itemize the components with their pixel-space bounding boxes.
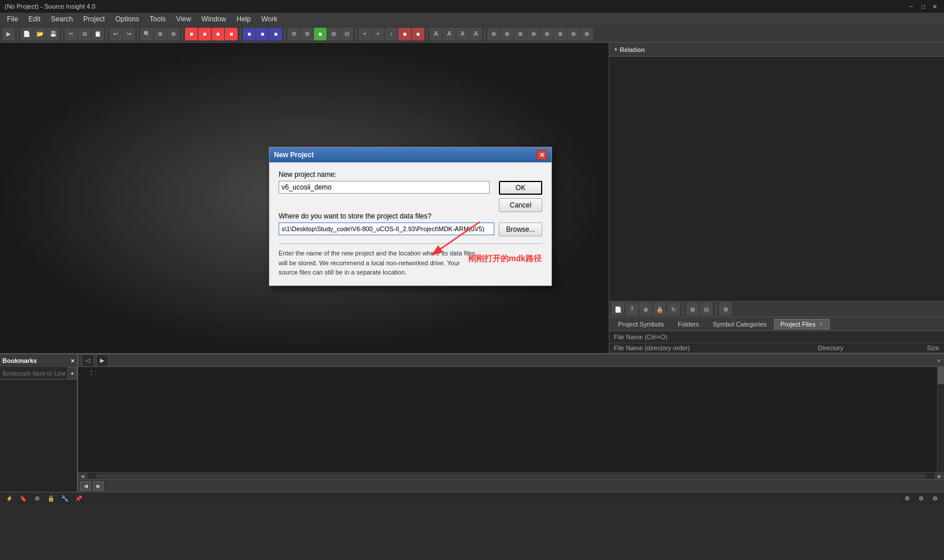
bookmarks-header: Bookmarks ×: [0, 354, 77, 367]
code-hscrollbar[interactable]: ◀ ▶: [78, 472, 944, 479]
right-panel: ⁍ Relation 📄 ? ⊕ 🔒 ↻ ⊞ ⊟ ⚙ Project Symbo…: [609, 43, 944, 353]
dialog-description: Enter the name of the new project and th…: [279, 249, 542, 277]
rp-btn-1[interactable]: 📄: [612, 303, 624, 316]
tab-close-icon[interactable]: ×: [820, 321, 823, 328]
cp-btn-2[interactable]: ▶: [96, 354, 109, 367]
hscroll-right[interactable]: ▶: [935, 473, 944, 480]
toolbar-btn-35[interactable]: ⊕: [580, 28, 593, 40]
toolbar-btn-19[interactable]: +: [358, 28, 371, 40]
toolbar-btn-17[interactable]: ⊞: [327, 28, 340, 40]
ok-button[interactable]: OK: [499, 181, 542, 195]
toolbar-btn-25[interactable]: A: [443, 28, 456, 40]
menu-file[interactable]: File: [2, 14, 23, 24]
toolbar-sep-5: [182, 28, 183, 40]
toolbar-btn-13[interactable]: ■: [269, 28, 282, 40]
hscroll-left[interactable]: ◀: [78, 473, 87, 480]
rp-btn-3[interactable]: ⊕: [639, 303, 652, 316]
tab-project-symbols[interactable]: Project Symbols: [612, 319, 670, 329]
toolbar-btn-21[interactable]: ↕: [385, 28, 398, 40]
toolbar-btn-22[interactable]: ■: [398, 28, 411, 40]
menu-edit[interactable]: Edit: [24, 14, 45, 24]
toolbar-btn-29[interactable]: ⊕: [501, 28, 513, 40]
bookmarks-scroll-btn[interactable]: ▲: [68, 367, 77, 380]
toolbar-btn-20[interactable]: +: [372, 28, 384, 40]
toolbar-btn-new[interactable]: 📄: [20, 28, 33, 40]
code-panel-close-btn[interactable]: ×: [937, 357, 941, 364]
toolbar-btn-undo[interactable]: ↩: [109, 28, 122, 40]
menu-tools[interactable]: Tools: [145, 14, 171, 24]
rp-btn-6[interactable]: ⊞: [686, 303, 699, 316]
rp-btn-2[interactable]: ?: [625, 303, 638, 316]
toolbar-btn-33[interactable]: ⊕: [554, 28, 567, 40]
toolbar-btn-31[interactable]: ⊕: [527, 28, 540, 40]
toolbar-btn-24[interactable]: A: [430, 28, 442, 40]
cancel-button[interactable]: Cancel: [499, 198, 542, 212]
code-ctrl-btn-1[interactable]: ◀: [80, 481, 91, 491]
browse-button[interactable]: Browse...: [499, 222, 542, 236]
tab-symbol-categories[interactable]: Symbol Categories: [706, 319, 773, 329]
toolbar-btn-7[interactable]: ■: [185, 28, 198, 40]
toolbar-btn-11[interactable]: ■: [243, 28, 256, 40]
close-button[interactable]: ✕: [930, 2, 939, 11]
bookmarks-close-btn[interactable]: ×: [71, 357, 75, 364]
toolbar-btn-28[interactable]: ⊕: [487, 28, 500, 40]
editor-area: So New Project ✕ New project name: OK Ca…: [0, 43, 609, 353]
menu-work[interactable]: Work: [257, 14, 282, 24]
toolbar-btn-12[interactable]: ■: [256, 28, 269, 40]
rp-btn-4[interactable]: 🔒: [653, 303, 666, 316]
minimize-button[interactable]: −: [907, 2, 916, 11]
toolbar-btn-cut[interactable]: ✂: [65, 28, 77, 40]
rp-btn-5[interactable]: ↻: [667, 303, 680, 316]
menu-window[interactable]: Window: [197, 14, 231, 24]
menu-search[interactable]: Search: [46, 14, 77, 24]
menu-help[interactable]: Help: [232, 14, 256, 24]
toolbar-btn-1[interactable]: ▶: [2, 28, 15, 40]
toolbar-btn-redo[interactable]: ↪: [123, 28, 135, 40]
file-name-label[interactable]: File Name (Ctrl+O): [609, 331, 944, 343]
toolbar-btn-paste[interactable]: 📋: [91, 28, 104, 40]
menu-view[interactable]: View: [172, 14, 196, 24]
toolbar-btn-9[interactable]: ■: [212, 28, 224, 40]
title-bar: (No Project) - Source Insight 4.0 − □ ✕: [0, 0, 944, 13]
main-area: So New Project ✕ New project name: OK Ca…: [0, 43, 944, 353]
relation-icon: ⁍: [614, 46, 617, 54]
rp-btn-8[interactable]: ⚙: [719, 303, 732, 316]
rp-btn-7[interactable]: ⊟: [700, 303, 713, 316]
code-ctrl-btn-2[interactable]: ▶: [93, 481, 103, 491]
toolbar-btn-10[interactable]: ■: [225, 28, 238, 40]
toolbar-btn-30[interactable]: ⊕: [514, 28, 527, 40]
maximize-button[interactable]: □: [919, 2, 928, 11]
toolbar: ▶ 📄 📂 💾 ✂ ⧉ 📋 ↩ ↪ 🔍 ⊕ ⊗ ■ ■ ■ ■ ■ ■ ■ ⚙ …: [0, 25, 944, 43]
project-name-input[interactable]: [279, 181, 490, 194]
toolbar-btn-save[interactable]: 💾: [47, 28, 60, 40]
toolbar-btn-18[interactable]: ⊟: [340, 28, 353, 40]
toolbar-btn-14[interactable]: ⚙: [287, 28, 300, 40]
toolbar-btn-15[interactable]: ⚙: [301, 28, 313, 40]
bookmarks-input[interactable]: [0, 369, 68, 378]
hscrollbar-track: [97, 474, 926, 479]
menu-project[interactable]: Project: [79, 14, 109, 24]
code-scrollbar[interactable]: [937, 367, 944, 472]
toolbar-btn-16[interactable]: ■: [314, 28, 327, 40]
toolbar-btn-copy[interactable]: ⧉: [78, 28, 91, 40]
toolbar-btn-6[interactable]: ⊗: [167, 28, 180, 40]
store-path-input[interactable]: [279, 222, 494, 235]
cp-btn-1[interactable]: ◁: [82, 354, 94, 367]
toolbar-btn-34[interactable]: ⊕: [567, 28, 580, 40]
toolbar-btn-23[interactable]: ■: [412, 28, 424, 40]
toolbar-btn-open[interactable]: 📂: [34, 28, 46, 40]
toolbar-sep-1: [17, 28, 18, 40]
tab-project-files[interactable]: Project Files ×: [774, 319, 829, 329]
menu-options[interactable]: Options: [110, 14, 143, 24]
toolbar-btn-26[interactable]: A: [456, 28, 469, 40]
tab-folders[interactable]: Folders: [671, 319, 705, 329]
toolbar-btn-find[interactable]: 🔍: [140, 28, 153, 40]
dialog-title-bar[interactable]: New Project ✕: [269, 147, 551, 162]
toolbar-btn-32[interactable]: ⊕: [541, 28, 553, 40]
toolbar-btn-5[interactable]: ⊕: [154, 28, 166, 40]
code-scrollbar-thumb[interactable]: [938, 367, 944, 384]
rp-sep-2: [716, 303, 716, 315]
toolbar-btn-27[interactable]: A: [469, 28, 482, 40]
toolbar-btn-8[interactable]: ■: [198, 28, 211, 40]
dialog-close-button[interactable]: ✕: [536, 150, 547, 160]
